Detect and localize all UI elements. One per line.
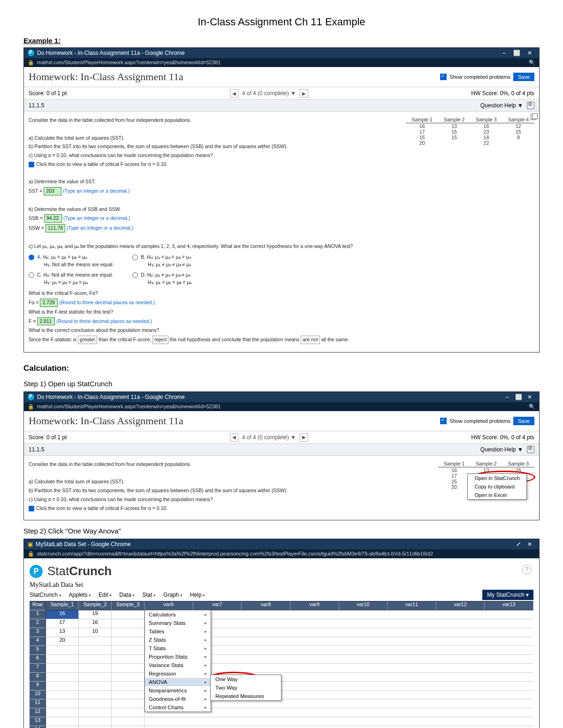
- f-label: F =: [29, 318, 36, 324]
- fa-hint: (Round to three decimal places as needed…: [59, 300, 155, 305]
- conclusion-dropdown-2[interactable]: reject: [152, 336, 168, 344]
- close-icon[interactable]: ✕: [524, 50, 535, 56]
- question-pager[interactable]: ◀4 of 4 (0 complete) ▼▶: [230, 433, 308, 442]
- ssb-input[interactable]: 94.22: [44, 214, 62, 223]
- menu-edit[interactable]: Edit: [99, 592, 112, 598]
- my-statcrunch-button[interactable]: My StatCrunch ▾: [482, 590, 533, 600]
- url-text: statcrunch.com/app/?dlm=comma&ft=true&da…: [37, 551, 433, 556]
- maximize-icon[interactable]: ⤢: [513, 541, 524, 548]
- gear-icon[interactable]: [527, 446, 534, 453]
- submenu-two-way[interactable]: Two Way: [211, 683, 281, 692]
- col-header[interactable]: Sample_2: [79, 601, 112, 610]
- radio-a[interactable]: [29, 255, 34, 260]
- pager-prev-icon[interactable]: ◀: [230, 89, 238, 98]
- menu-anova[interactable]: ANOVA▸: [145, 678, 211, 686]
- menu-open-excel[interactable]: Open in Excel: [468, 491, 526, 499]
- part-a-prompt: a) Determine the value of SST.: [29, 178, 401, 186]
- radio-d[interactable]: [132, 272, 138, 278]
- question-help-dropdown[interactable]: Question Help ▼: [480, 446, 523, 453]
- example-heading: Example 1:: [23, 37, 540, 45]
- conclusion-dropdown-3[interactable]: are not: [301, 336, 320, 344]
- browser-window-2: Do Homework - In-Class Assignment 11a - …: [23, 391, 540, 521]
- col-header[interactable]: var10: [339, 601, 388, 610]
- menu-variance-stats[interactable]: Variance Stats▸: [145, 661, 211, 669]
- show-completed-checkbox[interactable]: [440, 418, 447, 424]
- menu-help[interactable]: Help: [190, 592, 205, 598]
- question-number: 11.1.5: [29, 102, 44, 109]
- part-c-prompt: c) Let μ₁, μ₂, μ₃, and μ₄ be the populat…: [29, 243, 401, 250]
- save-button[interactable]: Save: [513, 73, 534, 81]
- menu-stat[interactable]: Stat: [142, 592, 156, 598]
- menu-calculators[interactable]: Calculators▸: [145, 610, 211, 619]
- menu-summary-stats[interactable]: Summary Stats▸: [145, 619, 211, 627]
- submenu-repeated-measures[interactable]: Repeated Measures: [211, 692, 281, 700]
- sst-input[interactable]: 203: [44, 187, 61, 195]
- question-help-dropdown[interactable]: Question Help ▼: [480, 102, 523, 109]
- menu-proportion-stats[interactable]: Proportion Stats▸: [145, 653, 211, 661]
- menu-tables[interactable]: Tables▸: [145, 627, 211, 636]
- menu-control-charts[interactable]: Control Charts▸: [145, 703, 211, 712]
- maximize-icon[interactable]: ⬜: [513, 394, 524, 400]
- show-completed-label: Show completed problems: [449, 74, 510, 80]
- menu-graph[interactable]: Graph: [163, 592, 183, 598]
- show-completed-checkbox[interactable]: [440, 74, 447, 80]
- fa-input[interactable]: 2.728: [40, 299, 58, 307]
- stat-dropdown-menu: Calculators▸ Summary Stats▸ Tables▸ Z St…: [145, 610, 211, 712]
- col-header[interactable]: var8: [242, 601, 290, 610]
- col-header[interactable]: var6: [145, 601, 193, 610]
- pager-next-icon[interactable]: ▶: [300, 89, 308, 98]
- copy-icon[interactable]: [531, 114, 536, 120]
- menu-nonparametrics[interactable]: Nonparametrics▸: [145, 686, 211, 695]
- ssb-label: SSB =: [29, 215, 43, 221]
- option-d[interactable]: D. H₀: μ₁ ≠ μ₂ ≠ μ₃ ≠ μ₄ H₁: μ₁ = μ₂ = μ…: [132, 271, 191, 286]
- maximize-icon[interactable]: ⬜: [511, 50, 523, 56]
- dataset-title: MyStatLab Data Set: [30, 581, 533, 589]
- click-icon-text: Click the icon to view a table of critic…: [36, 161, 167, 167]
- close-icon[interactable]: ✕: [524, 394, 535, 400]
- menu-data[interactable]: Data: [119, 592, 135, 598]
- search-icon[interactable]: 🔍: [529, 60, 535, 66]
- homework-title: Homework: In-Class Assignment 11a: [29, 71, 183, 83]
- col-header[interactable]: var13: [485, 601, 533, 610]
- col-header[interactable]: var7: [193, 601, 242, 610]
- f-input[interactable]: 2.811: [37, 317, 55, 326]
- option-b[interactable]: B. H₀: μ₁ = μ₂ = μ₃ = μ₄ H₁: μ₁ ≠ μ₂ ≠ μ…: [132, 254, 191, 269]
- score-text: Score: 0 of 1 pt: [29, 434, 67, 441]
- url-text: mathxl.com/Student/PlayerHomework.aspx?c…: [37, 404, 221, 409]
- minimize-icon[interactable]: –: [502, 394, 513, 400]
- col-header[interactable]: var11: [388, 601, 436, 610]
- row-headers: Row 1234567891011121314: [30, 601, 46, 728]
- menu-statcrunch[interactable]: StatCrunch: [30, 592, 61, 598]
- col-header[interactable]: Sample_3: [112, 601, 145, 610]
- question-pager[interactable]: ◀ 4 of 4 (0 complete) ▼ ▶: [230, 89, 308, 98]
- option-a[interactable]: A. H₀: μ₁ = μ₂ = μ₃ = μ₄ H₁: Not all the…: [29, 254, 114, 269]
- crit-f-prompt: What is the critical F-score, Fα?: [29, 290, 401, 297]
- menu-regression[interactable]: Regression▸: [145, 669, 211, 678]
- table-link-icon[interactable]: [29, 162, 34, 167]
- col-header[interactable]: var12: [436, 601, 485, 610]
- col-header[interactable]: Sample_1: [46, 601, 79, 610]
- pager-next-icon[interactable]: ▶: [300, 433, 308, 442]
- pager-prev-icon[interactable]: ◀: [230, 433, 238, 442]
- menu-open-statcrunch[interactable]: Open in StatCrunch: [468, 474, 526, 482]
- radio-b[interactable]: [132, 255, 138, 260]
- cell-selected[interactable]: 16: [46, 610, 79, 619]
- search-icon[interactable]: 🔍: [529, 404, 535, 410]
- step-2-label: Step 2) Click "One Way Anova": [23, 527, 540, 535]
- save-button[interactable]: Save: [513, 417, 534, 425]
- menu-copy-clipboard[interactable]: Copy to clipboard: [468, 482, 526, 491]
- menu-applets[interactable]: Applets: [69, 592, 91, 598]
- submenu-one-way[interactable]: One Way: [211, 675, 281, 683]
- table-link-icon[interactable]: [29, 506, 34, 511]
- conclusion-dropdown-1[interactable]: greater: [78, 336, 97, 344]
- option-c[interactable]: C. H₀: Not all the means are equal. H₁: …: [29, 271, 114, 286]
- minimize-icon[interactable]: –: [498, 50, 510, 56]
- gear-icon[interactable]: [527, 102, 534, 109]
- menu-goodness-of-fit[interactable]: Goodness-of-fit▸: [145, 695, 211, 703]
- close-icon[interactable]: ✕: [524, 541, 535, 548]
- menu-t-stats[interactable]: T Stats▸: [145, 644, 211, 653]
- radio-c[interactable]: [29, 272, 34, 278]
- col-header[interactable]: var9: [290, 601, 339, 610]
- menu-z-stats[interactable]: Z Stats▸: [145, 636, 211, 644]
- ssw-input[interactable]: 111.78: [46, 224, 65, 233]
